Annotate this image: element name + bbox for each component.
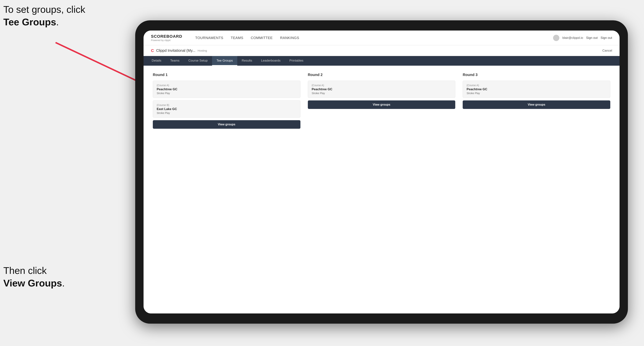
round-2-course-a-label: (Course A) (312, 84, 452, 87)
top-nav: SCOREBOARD Powered by clippit TOURNAMENT… (144, 30, 620, 45)
instruction-bottom-bold: View Groups (3, 278, 62, 289)
instruction-bottom: Then click View Groups. (3, 264, 65, 289)
tab-teams[interactable]: Teams (166, 56, 184, 66)
round-1-course-b-name: East Lake GC (157, 107, 296, 111)
tab-results[interactable]: Results (237, 56, 257, 66)
tournament-c-icon: C (151, 48, 154, 53)
instruction-top-bold: Tee Groups (3, 17, 56, 27)
instruction-bottom-period: . (62, 278, 65, 289)
tab-bar: Details Teams Course Setup Tee Groups Re… (144, 56, 620, 66)
round-3-title: Round 3 (463, 73, 610, 77)
instruction-top-period: . (56, 17, 59, 27)
nav-tournaments[interactable]: TOURNAMENTS (195, 36, 223, 40)
tournament-title: Clippd Invitational (My... (156, 48, 196, 53)
round-1-course-a-name: Peachtree GC (157, 87, 296, 91)
tab-tee-groups[interactable]: Tee Groups (212, 56, 237, 66)
round-2-course-a-name: Peachtree GC (312, 87, 452, 91)
sign-out-link[interactable]: Sign out (586, 36, 598, 40)
round-2-course-a-format: Stroke Play (312, 92, 452, 95)
logo-area: SCOREBOARD Powered by clippit (151, 34, 182, 42)
sign-out-text[interactable]: Sign out (601, 36, 612, 40)
nav-committee[interactable]: COMMITTEE (251, 36, 273, 40)
user-avatar (553, 35, 559, 41)
logo-subtext: Powered by clippit (151, 39, 170, 42)
logo-sub: Powered by clippit (151, 39, 182, 42)
round-1-column: Round 1 (Course A) Peachtree GC Stroke P… (153, 73, 300, 129)
round-3-course-a-label: (Course A) (466, 84, 606, 87)
round-1-course-b-label: (Course B) (157, 104, 296, 107)
tab-course-setup[interactable]: Course Setup (184, 56, 212, 66)
logo-text: SCOREBOARD (151, 34, 182, 39)
tournament-bar: C Clippd Invitational (My... Hosting Can… (144, 45, 620, 56)
round-1-view-groups-button[interactable]: View groups (153, 120, 300, 129)
round-3-column: Round 3 (Course A) Peachtree GC Stroke P… (463, 73, 610, 129)
instruction-bottom-line1: Then click (3, 265, 47, 276)
round-1-course-a-card: (Course A) Peachtree GC Stroke Play (153, 81, 300, 98)
instruction-top: To set groups, click Tee Groups. (3, 3, 85, 28)
round-1-course-b-card: (Course B) East Lake GC Stroke Play (153, 100, 300, 118)
tab-leaderboards[interactable]: Leaderboards (257, 56, 285, 66)
round-2-title: Round 2 (308, 73, 456, 77)
round-1-course-a-format: Stroke Play (157, 92, 296, 95)
tablet-screen: SCOREBOARD Powered by clippit TOURNAMENT… (144, 30, 620, 314)
tab-details[interactable]: Details (147, 56, 166, 66)
round-2-course-a-card: (Course A) Peachtree GC Stroke Play (308, 81, 456, 98)
round-3-view-groups-button[interactable]: View groups (463, 100, 610, 109)
round-3-course-a-format: Stroke Play (466, 92, 606, 95)
tab-printables[interactable]: Printables (285, 56, 308, 66)
nav-teams[interactable]: TEAMS (231, 36, 244, 40)
nav-links: TOURNAMENTS TEAMS COMMITTEE RANKINGS (195, 36, 544, 40)
round-1-title: Round 1 (153, 73, 300, 77)
rounds-grid: Round 1 (Course A) Peachtree GC Stroke P… (153, 73, 610, 129)
logo-name: SCOREBOARD (151, 34, 182, 39)
round-2-view-groups-button[interactable]: View groups (308, 100, 456, 109)
nav-right: blair@clippd.io Sign out Sign out (553, 35, 612, 41)
round-1-course-b-format: Stroke Play (157, 112, 296, 115)
user-email: blair@clippd.io (562, 36, 583, 40)
main-content: Round 1 (Course A) Peachtree GC Stroke P… (144, 66, 620, 314)
tablet-frame: SCOREBOARD Powered by clippit TOURNAMENT… (135, 20, 628, 324)
round-2-column: Round 2 (Course A) Peachtree GC Stroke P… (308, 73, 456, 129)
instruction-top-line1: To set groups, click (3, 4, 85, 15)
cancel-button[interactable]: Cancel (602, 49, 612, 52)
round-3-course-a-name: Peachtree GC (466, 87, 606, 91)
hosting-badge: Hosting (198, 49, 207, 52)
nav-rankings[interactable]: RANKINGS (280, 36, 299, 40)
round-1-course-a-label: (Course A) (157, 84, 296, 87)
tournament-name-area: C Clippd Invitational (My... Hosting (151, 48, 207, 53)
round-3-course-a-card: (Course A) Peachtree GC Stroke Play (463, 81, 610, 98)
